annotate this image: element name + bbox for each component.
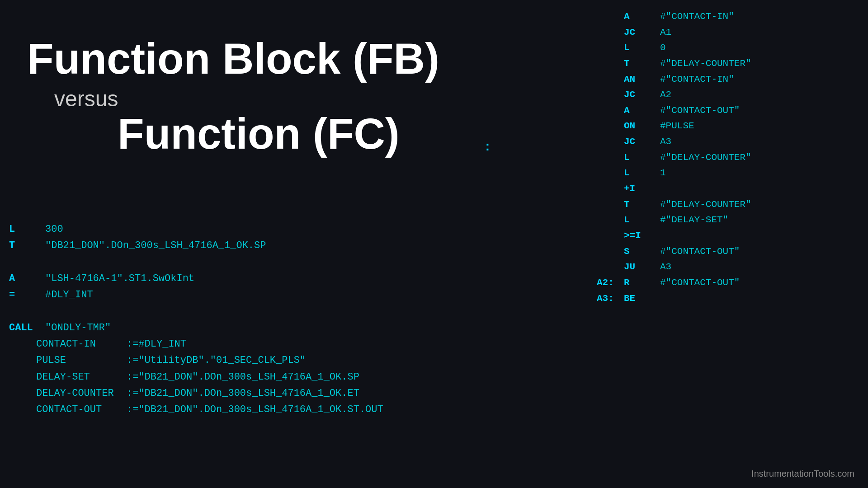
r-val-18: #"CONTACT-OUT" xyxy=(660,275,740,291)
kw-l: L xyxy=(9,221,45,238)
r-kw-8: ON xyxy=(624,118,660,134)
title-area: Function Block (FB) versus Function (FC) xyxy=(27,36,479,157)
code-line-t: T "DB21_DON".DOn_300s_LSH_4716A_1_OK.SP xyxy=(9,238,383,254)
r-kw-10: L xyxy=(624,150,660,166)
r-kw-1: A xyxy=(624,9,660,25)
colon-label: : xyxy=(484,140,491,154)
r-line-8: ON #PULSE xyxy=(597,118,859,134)
r-val-4: #"DELAY-COUNTER" xyxy=(660,56,751,72)
title-fb: Function Block (FB) xyxy=(27,36,479,82)
r-kw-3: L xyxy=(624,40,660,56)
r-line-2: JC A1 xyxy=(597,25,859,41)
param-contact-in: CONTACT-IN :=#DLY_INT xyxy=(9,336,383,352)
pval-contact-in: :=#DLY_INT xyxy=(127,336,186,352)
r-val-10: #"DELAY-COUNTER" xyxy=(660,150,751,166)
r-kw-19: BE xyxy=(624,291,660,307)
r-line-18: A2: R #"CONTACT-OUT" xyxy=(597,275,859,291)
r-line-13: T #"DELAY-COUNTER" xyxy=(597,197,859,213)
watermark: InstrumentationTools.com xyxy=(751,469,854,479)
val-a: "LSH-4716A-1".ST1.SwOkInt xyxy=(45,271,194,287)
r-kw-9: JC xyxy=(624,134,660,150)
r-kw-13: T xyxy=(624,197,660,213)
left-code-block: L 300 T "DB21_DON".DOn_300s_LSH_4716A_1_… xyxy=(9,221,383,418)
r-kw-4: T xyxy=(624,56,660,72)
code-line-call: CALL "ONDLY-TMR" xyxy=(9,320,383,336)
r-kw-2: JC xyxy=(624,25,660,41)
kw-t: T xyxy=(9,238,45,254)
pname-contact-in: CONTACT-IN xyxy=(36,336,127,352)
r-line-16: S #"CONTACT-OUT" xyxy=(597,244,859,260)
r-line-19: A3: BE xyxy=(597,291,859,307)
r-line-11: L 1 xyxy=(597,165,859,181)
r-line-15: >=I xyxy=(597,228,859,244)
r-kw-7: A xyxy=(624,103,660,119)
r-val-8: #PULSE xyxy=(660,118,694,134)
r-kw-17: JU xyxy=(624,259,660,275)
r-line-17: JU A3 xyxy=(597,259,859,275)
param-delay-counter: DELAY-COUNTER :="DB21_DON".DOn_300s_LSH_… xyxy=(9,385,383,402)
r-line-6: JC A2 xyxy=(597,87,859,103)
r-val-3: 0 xyxy=(660,40,666,56)
code-line-blank2 xyxy=(9,303,383,319)
title-versus: versus xyxy=(54,86,479,111)
r-val-1: #"CONTACT-IN" xyxy=(660,9,734,25)
r-kw-11: L xyxy=(624,165,660,181)
pval-delay-counter: :="DB21_DON".DOn_300s_LSH_4716A_1_OK.ET xyxy=(127,385,359,402)
r-val-2: A1 xyxy=(660,25,671,41)
kw-a: A xyxy=(9,271,45,287)
param-delay-set: DELAY-SET :="DB21_DON".DOn_300s_LSH_4716… xyxy=(9,369,383,385)
r-line-4: T #"DELAY-COUNTER" xyxy=(597,56,859,72)
pname-pulse: PULSE xyxy=(36,352,127,369)
r-val-13: #"DELAY-COUNTER" xyxy=(660,197,751,213)
val-eq: #DLY_INT xyxy=(45,287,93,303)
param-contact-out: CONTACT-OUT :="DB21_DON".DOn_300s_LSH_47… xyxy=(9,402,383,418)
r-line-3: L 0 xyxy=(597,40,859,56)
param-pulse: PULSE :="UtilityDB"."01_SEC_CLK_PLS" xyxy=(9,352,383,369)
code-line-blank1 xyxy=(9,254,383,271)
r-val-9: A3 xyxy=(660,134,671,150)
r-val-16: #"CONTACT-OUT" xyxy=(660,244,740,260)
r-label-18: A2: xyxy=(597,275,624,291)
right-code-block: A #"CONTACT-IN" JC A1 L 0 T #"DELAY-COUN… xyxy=(597,9,859,306)
r-kw-12: +I xyxy=(624,181,660,197)
r-kw-15: >=I xyxy=(624,228,660,244)
r-line-10: L #"DELAY-COUNTER" xyxy=(597,150,859,166)
pval-delay-set: :="DB21_DON".DOn_300s_LSH_4716A_1_OK.SP xyxy=(127,369,359,385)
pname-contact-out: CONTACT-OUT xyxy=(36,402,127,418)
r-kw-14: L xyxy=(624,212,660,228)
r-val-17: A3 xyxy=(660,259,671,275)
r-line-12: +I xyxy=(597,181,859,197)
pname-delay-set: DELAY-SET xyxy=(36,369,127,385)
r-val-6: A2 xyxy=(660,87,671,103)
code-line-a: A "LSH-4716A-1".ST1.SwOkInt xyxy=(9,271,383,287)
r-line-14: L #"DELAY-SET" xyxy=(597,212,859,228)
r-val-7: #"CONTACT-OUT" xyxy=(660,103,740,119)
r-line-1: A #"CONTACT-IN" xyxy=(597,9,859,25)
pval-contact-out: :="DB21_DON".DOn_300s_LSH_4716A_1_OK.ST.… xyxy=(127,402,383,418)
r-val-14: #"DELAY-SET" xyxy=(660,212,728,228)
r-label-19: A3: xyxy=(597,291,624,307)
code-line-l: L 300 xyxy=(9,221,383,238)
r-kw-18: R xyxy=(624,275,660,291)
pval-pulse: :="UtilityDB"."01_SEC_CLK_PLS" xyxy=(127,352,306,369)
r-line-9: JC A3 xyxy=(597,134,859,150)
val-300: 300 xyxy=(45,221,63,238)
title-fc: Function (FC) xyxy=(118,111,479,157)
r-val-11: 1 xyxy=(660,165,666,181)
kw-eq: = xyxy=(9,287,45,303)
r-kw-5: AN xyxy=(624,72,660,88)
r-kw-6: JC xyxy=(624,87,660,103)
r-line-7: A #"CONTACT-OUT" xyxy=(597,103,859,119)
val-t: "DB21_DON".DOn_300s_LSH_4716A_1_OK.SP xyxy=(45,238,266,254)
r-val-5: #"CONTACT-IN" xyxy=(660,72,734,88)
kw-call: CALL xyxy=(9,320,45,336)
code-line-eq: = #DLY_INT xyxy=(9,287,383,303)
r-line-5: AN #"CONTACT-IN" xyxy=(597,72,859,88)
pname-delay-counter: DELAY-COUNTER xyxy=(36,385,127,402)
val-call: "ONDLY-TMR" xyxy=(45,320,111,336)
r-kw-16: S xyxy=(624,244,660,260)
